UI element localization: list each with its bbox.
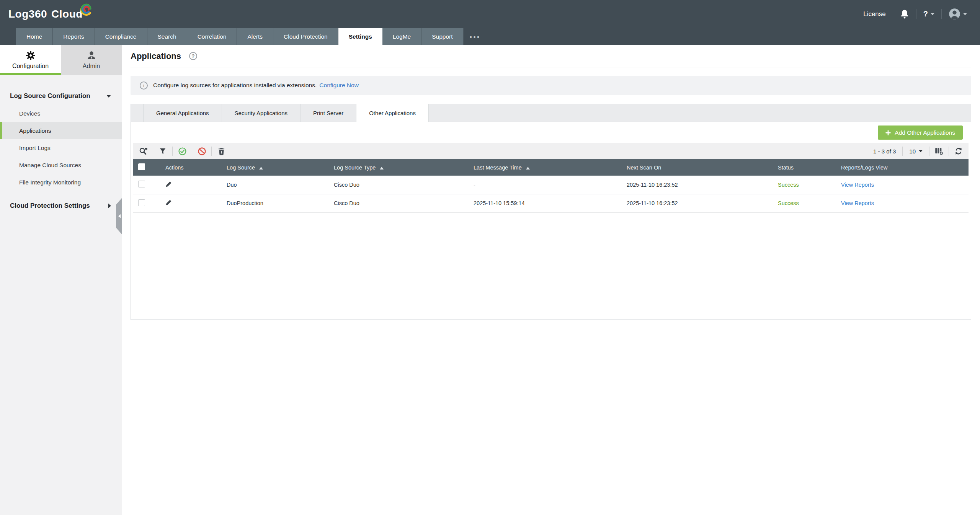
- cell-next-scan-on: 2025-11-10 16:23:52: [616, 194, 767, 212]
- refresh-icon[interactable]: [952, 145, 965, 157]
- tab-print-server[interactable]: Print Server: [301, 104, 356, 122]
- cell-log-source-type: Cisco Duo: [323, 176, 462, 194]
- filter-icon[interactable]: [156, 145, 170, 157]
- page-size-value: 10: [909, 148, 916, 155]
- topbar-divider: [916, 9, 916, 19]
- nav-tab-logme[interactable]: LogMe: [382, 28, 421, 45]
- nav-tab-alerts[interactable]: Alerts: [237, 28, 273, 45]
- delete-trash-icon[interactable]: [214, 145, 228, 157]
- table-header-row: Actions Log Source Log Source Type Last …: [133, 159, 969, 176]
- column-header-log-source-type[interactable]: Log Source Type: [323, 159, 462, 176]
- help-menu[interactable]: ?: [923, 10, 934, 18]
- account-menu[interactable]: [949, 8, 967, 20]
- column-chooser-icon[interactable]: [932, 145, 946, 157]
- chevron-right-icon: [108, 204, 111, 208]
- sort-ascending-icon: [526, 167, 530, 169]
- banner-text: Configure log sources for applications i…: [153, 82, 317, 89]
- sidebar-menu: Log Source Configuration Devices Applica…: [0, 75, 122, 215]
- column-header-log-source[interactable]: Log Source: [216, 159, 323, 176]
- chevron-down-icon: [963, 13, 967, 15]
- nav-tab-correlation[interactable]: Correlation: [187, 28, 237, 45]
- license-link[interactable]: License: [863, 10, 886, 18]
- view-reports-link[interactable]: View Reports: [841, 182, 874, 188]
- cell-log-source: DuoProduction: [216, 194, 323, 212]
- toolbar-left-group: [136, 145, 228, 157]
- sidebar-tabs: Configuration Admin: [0, 45, 122, 75]
- nav-more-button[interactable]: ●●●: [464, 28, 487, 45]
- select-all-checkbox[interactable]: [138, 163, 145, 170]
- nav-tab-settings[interactable]: Settings: [338, 28, 382, 45]
- section-label: Cloud Protection Settings: [10, 202, 90, 210]
- advanced-search-icon[interactable]: [136, 145, 150, 157]
- grid-area: 1 - 3 of 3 10: [131, 143, 971, 213]
- sort-ascending-icon: [259, 167, 263, 169]
- notifications-bell-icon[interactable]: [900, 9, 909, 19]
- topbar-divider: [893, 9, 893, 19]
- nav-tab-cloud-protection[interactable]: Cloud Protection: [273, 28, 338, 45]
- nav-tab-compliance[interactable]: Compliance: [95, 28, 147, 45]
- info-banner: i Configure log sources for applications…: [131, 76, 971, 95]
- edit-pencil-icon[interactable]: [165, 181, 172, 189]
- configure-now-link[interactable]: Configure Now: [319, 82, 359, 89]
- sidebar-item-devices[interactable]: Devices: [0, 105, 122, 122]
- tab-security-applications[interactable]: Security Applications: [222, 104, 301, 122]
- toolbar-right-group: 1 - 3 of 3 10: [869, 145, 965, 157]
- log-sources-table: Actions Log Source Log Source Type Last …: [133, 159, 969, 213]
- topbar-divider: [941, 9, 942, 19]
- edit-pencil-icon[interactable]: [165, 199, 172, 207]
- nav-tab-support[interactable]: Support: [421, 28, 463, 45]
- toolbar-divider: [153, 147, 153, 156]
- sidebar-tab-admin[interactable]: Admin: [61, 45, 122, 75]
- applications-tab-strip: General Applications Security Applicatio…: [131, 104, 971, 122]
- add-other-applications-button[interactable]: Add Other Applications: [878, 125, 963, 140]
- chevron-down-icon: [106, 95, 111, 98]
- panel-actions-row: Add Other Applications: [131, 122, 971, 143]
- nav-tab-home[interactable]: Home: [16, 28, 53, 45]
- column-header-next-scan-on: Next Scan On: [616, 159, 767, 176]
- add-button-label: Add Other Applications: [895, 129, 955, 136]
- view-reports-link[interactable]: View Reports: [841, 200, 874, 206]
- logo-text-primary: Log360: [8, 8, 47, 20]
- sidebar-item-file-integrity-monitoring[interactable]: File Integrity Monitoring: [0, 174, 122, 191]
- sidebar-item-import-logs[interactable]: Import Logs: [0, 139, 122, 156]
- sidebar-section-cloud-protection-settings[interactable]: Cloud Protection Settings: [0, 197, 122, 215]
- topbar: Log360 Cloud License ?: [0, 0, 980, 28]
- row-checkbox[interactable]: [138, 199, 145, 206]
- grid-toolbar: 1 - 3 of 3 10: [133, 143, 969, 159]
- nav-tab-reports[interactable]: Reports: [53, 28, 95, 45]
- sidebar-item-applications[interactable]: Applications: [0, 122, 122, 139]
- tab-general-applications[interactable]: General Applications: [143, 104, 222, 122]
- nav-tab-search[interactable]: Search: [147, 28, 187, 45]
- tab-other-applications[interactable]: Other Applications: [356, 104, 429, 122]
- cell-log-source: Duo: [216, 176, 323, 194]
- help-question-icon: ?: [923, 10, 928, 18]
- sidebar-section-log-source-configuration[interactable]: Log Source Configuration: [0, 87, 122, 105]
- logo-swirl-icon: [80, 2, 93, 16]
- toolbar-divider: [192, 147, 192, 156]
- main-content: Applications ? i Configure log sources f…: [122, 45, 980, 515]
- column-header-last-message-time[interactable]: Last Message Time: [462, 159, 616, 176]
- row-checkbox[interactable]: [138, 181, 145, 187]
- table-row: DuoProduction Cisco Duo 2025-11-10 15:59…: [133, 194, 969, 212]
- page-size-dropdown[interactable]: 10: [905, 148, 926, 155]
- chevron-down-icon: [931, 13, 934, 15]
- enable-icon[interactable]: [175, 145, 189, 157]
- avatar-icon: [949, 8, 960, 20]
- disable-icon[interactable]: [195, 145, 209, 157]
- other-applications-panel: Add Other Applications: [131, 122, 971, 320]
- sidebar-item-manage-cloud-sources[interactable]: Manage Cloud Sources: [0, 156, 122, 174]
- column-header-reports-logs-view: Reports/Logs View: [830, 159, 969, 176]
- cell-next-scan-on: 2025-11-10 16:23:52: [616, 176, 767, 194]
- page-help-icon[interactable]: ?: [189, 52, 197, 60]
- section-label: Log Source Configuration: [10, 92, 90, 100]
- cell-last-message-time: 2025-11-10 15:59:14: [462, 194, 616, 212]
- toolbar-divider: [929, 147, 929, 156]
- chevron-down-icon: [919, 150, 923, 152]
- gear-icon: [26, 51, 36, 60]
- plus-icon: [885, 130, 891, 135]
- cell-last-message-time: -: [462, 176, 616, 194]
- chevron-left-icon: [118, 214, 121, 218]
- topbar-actions: License ?: [863, 8, 967, 20]
- sidebar-tab-configuration[interactable]: Configuration: [0, 45, 61, 75]
- status-badge: Success: [767, 176, 830, 194]
